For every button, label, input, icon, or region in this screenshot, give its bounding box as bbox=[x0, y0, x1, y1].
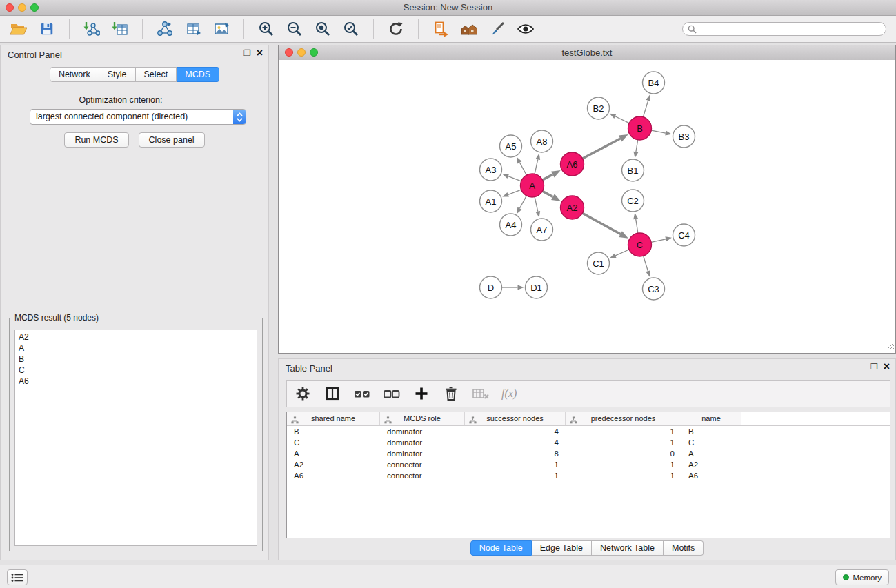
column-header-predecessor-nodes[interactable]: predecessor nodes bbox=[566, 412, 681, 425]
column-header-name[interactable]: name bbox=[681, 412, 741, 425]
close-table-panel-icon[interactable]: × bbox=[884, 362, 890, 372]
table-row[interactable]: Cdominator41C bbox=[287, 437, 890, 448]
graph-node-D1[interactable]: D1 bbox=[526, 276, 548, 298]
graph-edge[interactable] bbox=[508, 176, 521, 181]
graph-edge[interactable] bbox=[519, 163, 526, 175]
delete-table-icon[interactable] bbox=[472, 385, 490, 403]
graph-node-A[interactable]: A bbox=[521, 174, 544, 197]
graph-node-D[interactable]: D bbox=[480, 276, 502, 298]
zoom-out-icon[interactable] bbox=[286, 20, 303, 38]
close-panel-icon[interactable]: × bbox=[257, 48, 263, 58]
import-table-from-file-icon[interactable] bbox=[111, 20, 129, 38]
graph-node-C1[interactable]: C1 bbox=[588, 252, 610, 274]
graph-edge[interactable] bbox=[636, 140, 638, 152]
graph-node-C3[interactable]: C3 bbox=[643, 278, 665, 300]
column-header-shared-name[interactable]: shared name bbox=[287, 412, 380, 425]
graph-edge[interactable] bbox=[643, 101, 648, 117]
tab-network-table[interactable]: Network Table bbox=[592, 540, 664, 556]
column-header-successor-nodes[interactable]: successor nodes bbox=[465, 412, 566, 425]
graph-node-A4[interactable]: A4 bbox=[500, 214, 522, 236]
select-all-icon[interactable] bbox=[353, 385, 371, 403]
graph-edge[interactable] bbox=[615, 250, 629, 256]
new-table-icon[interactable] bbox=[184, 20, 202, 38]
graph-edge[interactable] bbox=[636, 219, 638, 234]
table-row[interactable]: A6connector11A6 bbox=[287, 470, 890, 481]
graph-edge[interactable] bbox=[508, 190, 521, 194]
graph-edge[interactable] bbox=[615, 116, 629, 123]
tab-select[interactable]: Select bbox=[136, 67, 177, 82]
tab-style[interactable]: Style bbox=[99, 67, 136, 82]
tab-node-table[interactable]: Node Table bbox=[470, 540, 532, 556]
function-builder-icon[interactable]: f(x) bbox=[501, 387, 517, 400]
graph-node-C4[interactable]: C4 bbox=[673, 224, 695, 246]
graph-node-B[interactable]: B bbox=[628, 116, 652, 140]
show-hide-eye-icon[interactable] bbox=[517, 20, 535, 38]
criterion-dropdown[interactable]: largest connected component (directed) bbox=[30, 109, 246, 125]
close-panel-button[interactable]: Close panel bbox=[139, 132, 205, 148]
export-image-icon[interactable] bbox=[212, 20, 230, 38]
memory-button[interactable]: Memory bbox=[835, 569, 889, 585]
graph-node-B1[interactable]: B1 bbox=[622, 159, 644, 181]
tab-motifs[interactable]: Motifs bbox=[664, 540, 704, 556]
mcds-result-item[interactable]: C bbox=[15, 365, 257, 376]
graph-edge[interactable] bbox=[651, 130, 666, 133]
column-header-mcds-role[interactable]: MCDS role bbox=[380, 412, 465, 425]
add-row-icon[interactable] bbox=[412, 385, 430, 403]
task-history-button[interactable] bbox=[7, 569, 28, 585]
tab-edge-table[interactable]: Edge Table bbox=[532, 540, 592, 556]
graph-edge[interactable] bbox=[651, 239, 666, 243]
document-icon[interactable] bbox=[432, 20, 450, 38]
graph-node-A3[interactable]: A3 bbox=[480, 159, 502, 181]
style-brush-icon[interactable] bbox=[488, 20, 506, 38]
run-mcds-button[interactable]: Run MCDS bbox=[64, 132, 128, 148]
table-row[interactable]: Adominator80A bbox=[287, 448, 890, 459]
graph-edge[interactable] bbox=[542, 191, 552, 196]
delete-row-trash-icon[interactable] bbox=[442, 385, 460, 403]
open-session-icon[interactable] bbox=[10, 20, 28, 38]
graph-edge[interactable] bbox=[535, 159, 538, 174]
graph-node-A5[interactable]: A5 bbox=[500, 135, 522, 157]
graph-node-A6[interactable]: A6 bbox=[561, 152, 584, 176]
graph-node-B3[interactable]: B3 bbox=[673, 125, 695, 148]
graph-node-C2[interactable]: C2 bbox=[622, 190, 644, 212]
resize-grip-icon[interactable] bbox=[886, 342, 895, 352]
new-network-icon[interactable] bbox=[156, 20, 174, 38]
deselect-all-icon[interactable] bbox=[383, 385, 401, 403]
float-table-panel-icon[interactable]: ❐ bbox=[870, 362, 878, 372]
graph-node-A2[interactable]: A2 bbox=[561, 196, 584, 219]
graph-node-B2[interactable]: B2 bbox=[588, 97, 610, 119]
graph-node-A1[interactable]: A1 bbox=[480, 190, 502, 212]
search-input[interactable] bbox=[682, 22, 886, 36]
mcds-result-item[interactable]: A bbox=[15, 343, 257, 354]
mcds-result-list[interactable]: A2ABCA6 bbox=[14, 330, 257, 546]
mcds-result-item[interactable]: A6 bbox=[15, 376, 257, 387]
import-network-from-file-icon[interactable] bbox=[83, 20, 101, 38]
zoom-selected-icon[interactable] bbox=[342, 20, 360, 38]
graph-edge[interactable] bbox=[583, 139, 621, 159]
graph-node-A8[interactable]: A8 bbox=[531, 130, 553, 152]
graph-edge[interactable] bbox=[644, 256, 648, 271]
graph-node-A7[interactable]: A7 bbox=[531, 219, 553, 241]
graph-edge[interactable] bbox=[582, 213, 620, 234]
tab-network[interactable]: Network bbox=[50, 67, 99, 82]
graph-edge[interactable] bbox=[535, 197, 538, 212]
float-panel-icon[interactable]: ❐ bbox=[243, 48, 251, 58]
graph-node-C[interactable]: C bbox=[628, 233, 652, 256]
table-row[interactable]: A2connector11A2 bbox=[287, 459, 890, 470]
settings-gear-icon[interactable] bbox=[294, 385, 312, 403]
home-icon[interactable] bbox=[460, 20, 478, 38]
zoom-in-icon[interactable] bbox=[257, 20, 275, 38]
save-session-icon[interactable] bbox=[38, 20, 56, 38]
graph-node-B4[interactable]: B4 bbox=[643, 72, 665, 94]
refresh-icon[interactable] bbox=[387, 20, 405, 38]
mcds-result-item[interactable]: B bbox=[15, 354, 257, 365]
network-canvas[interactable]: B4B2BB3B1A5A8A6A3AA1A2C2A4A7C4CC1C3DD1 bbox=[279, 60, 895, 353]
toggle-columns-icon[interactable] bbox=[323, 385, 341, 403]
zoom-fit-icon[interactable] bbox=[314, 20, 332, 38]
graph-edge[interactable] bbox=[519, 196, 526, 208]
graph-edge[interactable] bbox=[542, 174, 552, 180]
tab-mcds[interactable]: MCDS bbox=[177, 67, 219, 82]
mcds-result-item[interactable]: A2 bbox=[15, 332, 257, 343]
network-window-titlebar[interactable]: testGlobe.txt bbox=[279, 45, 895, 61]
table-row[interactable]: Bdominator41B bbox=[287, 426, 890, 437]
